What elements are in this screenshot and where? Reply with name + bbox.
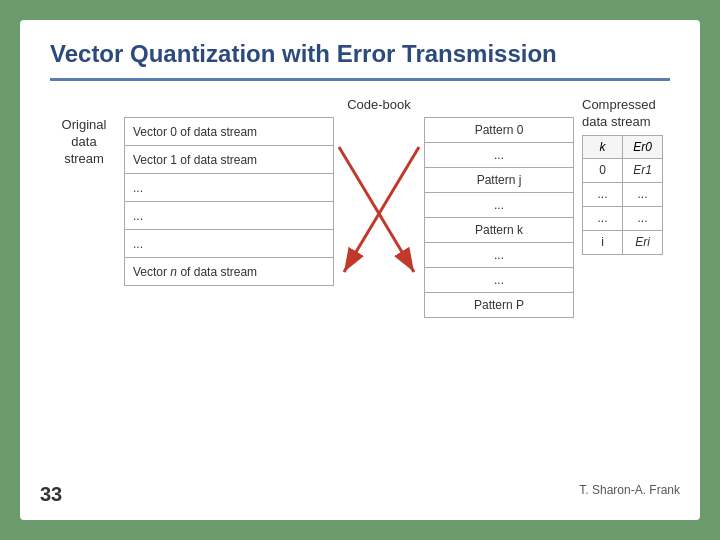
svg-line-2 xyxy=(339,147,414,272)
slide: Vector Quantization with Error Transmiss… xyxy=(20,20,700,520)
original-label: Original data stream xyxy=(52,117,117,168)
codebook-label: Code-book xyxy=(334,97,424,117)
cross-arrows-svg xyxy=(334,117,424,307)
title-underline xyxy=(50,78,670,81)
author-label: T. Sharon-A. Frank xyxy=(579,483,680,506)
page-number: 33 xyxy=(40,483,62,506)
footer: 33 T. Sharon-A. Frank xyxy=(20,483,700,506)
svg-line-3 xyxy=(344,147,419,272)
compressed-label: Compressed data stream xyxy=(582,97,672,131)
slide-title: Vector Quantization with Error Transmiss… xyxy=(50,40,670,68)
